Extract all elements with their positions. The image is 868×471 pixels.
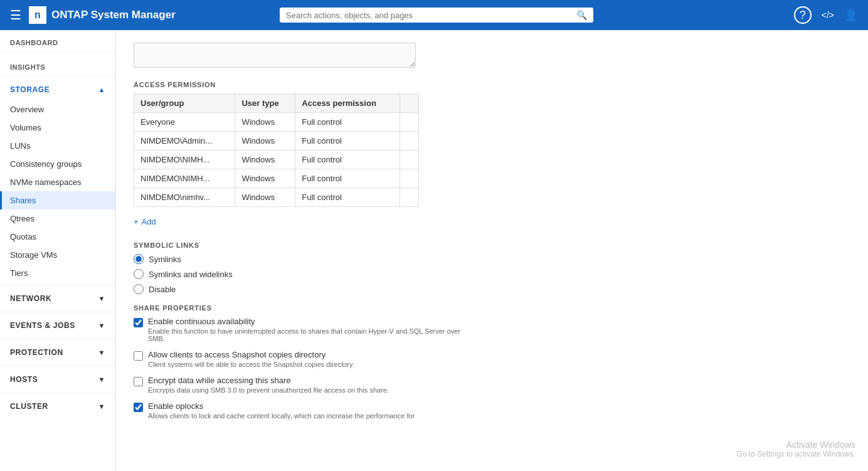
brand: n ONTAP System Manager — [29, 6, 176, 24]
events-jobs-chevron-icon: ▼ — [98, 322, 106, 329]
table-cell-user-type: Windows — [235, 132, 295, 151]
sidebar-storage-items: OverviewVolumesLUNsConsistency groupsNVM… — [0, 100, 115, 282]
checkbox-label-div-encrypt-data: Encrypt data while accessing this shareE… — [148, 376, 389, 394]
code-icon: </> — [822, 10, 834, 20]
radio-item-symlinks[interactable]: Symlinks — [134, 254, 850, 264]
checkbox-label-div-enable-oplocks: Enable oplocksAllows clients to lock and… — [148, 401, 415, 420]
user-button[interactable]: 👤 — [844, 8, 858, 22]
checkbox-desc-snapshot-copies: Client systems will be able to access th… — [148, 361, 354, 368]
col-header-user-type: User type — [235, 94, 295, 113]
checkbox-item-snapshot-copies: Allow clients to access Snapshot copies … — [134, 350, 850, 368]
help-icon: ? — [800, 9, 806, 22]
sidebar-hosts-label: HOSTS — [10, 375, 38, 384]
checkbox-main-label-encrypt-data: Encrypt data while accessing this share — [148, 376, 389, 385]
table-cell-user-group: NIMDEMO\Admin... — [134, 132, 235, 151]
checkbox-item-encrypt-data: Encrypt data while accessing this shareE… — [134, 376, 850, 394]
sidebar-item-overview[interactable]: Overview — [0, 100, 115, 119]
col-header-user/group: User/group — [134, 94, 235, 113]
search-bar[interactable]: 🔍 — [280, 8, 593, 23]
sidebar-protection-header[interactable]: PROTECTION ▼ — [0, 342, 115, 363]
radio-input-symlinks[interactable] — [134, 254, 144, 264]
code-button[interactable]: </> — [822, 10, 834, 20]
table-cell-action — [400, 169, 419, 188]
help-button[interactable]: ? — [794, 6, 812, 24]
table-row[interactable]: NIMDEMO\nimhv...WindowsFull control — [134, 188, 419, 207]
cluster-chevron-icon: ▼ — [98, 403, 106, 410]
checkbox-main-label-continuous-availability: Enable continuous availability — [148, 317, 474, 326]
sidebar-hosts-header[interactable]: HOSTS ▼ — [0, 369, 115, 390]
sidebar-item-tiers[interactable]: Tiers — [0, 264, 115, 282]
storage-chevron-icon: ▲ — [98, 86, 106, 93]
table-cell-user-type: Windows — [235, 188, 295, 207]
radio-input-symlinks-widelinks[interactable] — [134, 269, 144, 279]
sidebar-item-storage-vms[interactable]: Storage VMs — [0, 246, 115, 264]
checkbox-label-div-snapshot-copies: Allow clients to access Snapshot copies … — [148, 350, 354, 368]
checkbox-input-enable-oplocks[interactable] — [134, 403, 143, 412]
checkbox-input-encrypt-data[interactable] — [134, 377, 143, 386]
radio-label-symlinks: Symlinks — [149, 255, 181, 264]
radio-label-disable: Disable — [149, 285, 176, 294]
table-cell-action — [400, 113, 419, 132]
table-cell-access-permission: Full control — [295, 151, 400, 169]
checkbox-label-div-continuous-availability: Enable continuous availabilityEnable thi… — [148, 317, 474, 342]
sidebar-item-qtrees[interactable]: Qtrees — [0, 209, 115, 228]
checkbox-desc-encrypt-data: Encrypts data using SMB 3.0 to prevent u… — [148, 386, 389, 394]
table-row[interactable]: EveryoneWindowsFull control — [134, 113, 419, 132]
sidebar-storage-label: STORAGE — [10, 85, 50, 94]
table-cell-access-permission: Full control — [295, 169, 400, 188]
symbolic-links-group: SymlinksSymlinks and widelinksDisable — [134, 254, 850, 294]
sidebar-item-luns[interactable]: LUNs — [0, 137, 115, 155]
sidebar: DASHBOARD INSIGHTS STORAGE ▲ OverviewVol… — [0, 30, 116, 471]
sidebar-storage-header[interactable]: STORAGE ▲ — [0, 79, 115, 100]
table-row[interactable]: NIMDEMO\NIMH...WindowsFull control — [134, 169, 419, 188]
table-cell-access-permission: Full control — [295, 188, 400, 207]
sidebar-network-label: NETWORK — [10, 294, 51, 303]
checkbox-item-enable-oplocks: Enable oplocksAllows clients to lock and… — [134, 401, 850, 420]
search-input[interactable] — [286, 11, 571, 20]
sidebar-item-shares[interactable]: Shares — [0, 191, 115, 209]
share-properties-group: Enable continuous availabilityEnable thi… — [134, 317, 850, 420]
checkbox-desc-enable-oplocks: Allows clients to lock and cache content… — [148, 412, 415, 420]
topnav-right: ? </> 👤 — [794, 6, 858, 24]
sidebar-item-consistency-groups[interactable]: Consistency groups — [0, 155, 115, 173]
symbolic-links-label: SYMBOLIC LINKS — [134, 241, 850, 249]
sidebar-item-quotas[interactable]: Quotas — [0, 228, 115, 246]
radio-input-disable[interactable] — [134, 284, 144, 294]
table-row[interactable]: NIMDEMO\Admin...WindowsFull control — [134, 132, 419, 151]
table-row[interactable]: NIMDEMO\NIMH...WindowsFull control — [134, 151, 419, 169]
sidebar-cluster-header[interactable]: CLUSTER ▼ — [0, 396, 115, 417]
sidebar-events-jobs-label: EVENTS & JOBS — [10, 321, 75, 330]
table-cell-user-type: Windows — [235, 113, 295, 132]
share-properties-label: SHARE PROPERTIES — [134, 304, 850, 312]
checkbox-input-continuous-availability[interactable] — [134, 318, 143, 327]
hosts-chevron-icon: ▼ — [98, 376, 106, 383]
table-cell-user-group: NIMDEMO\nimhv... — [134, 188, 235, 207]
checkbox-input-snapshot-copies[interactable] — [134, 351, 143, 361]
search-icon: 🔍 — [576, 10, 587, 20]
network-chevron-icon: ▼ — [98, 295, 106, 302]
sidebar-item-volumes[interactable]: Volumes — [0, 119, 115, 137]
protection-chevron-icon: ▼ — [98, 349, 106, 356]
radio-item-disable[interactable]: Disable — [134, 284, 850, 294]
brand-logo-letter: n — [34, 9, 41, 21]
share-description-textarea[interactable] — [134, 43, 416, 68]
brand-logo: n — [29, 6, 46, 24]
radio-item-symlinks-widelinks[interactable]: Symlinks and widelinks — [134, 269, 850, 279]
sidebar-events-jobs-header[interactable]: EVENTS & JOBS ▼ — [0, 315, 115, 336]
sidebar-network-header[interactable]: NETWORK ▼ — [0, 288, 115, 309]
sidebar-protection-label: PROTECTION — [10, 348, 63, 357]
brand-name: ONTAP System Manager — [51, 9, 176, 21]
hamburger-menu[interactable]: ☰ — [10, 8, 21, 23]
add-button[interactable]: + Add — [134, 214, 156, 229]
user-icon: 👤 — [844, 9, 858, 21]
checkbox-desc-continuous-availability: Enable this function to have uninterrupt… — [148, 327, 474, 342]
table-cell-action — [400, 151, 419, 169]
table-cell-access-permission: Full control — [295, 113, 400, 132]
sidebar-dashboard-label: DASHBOARD — [0, 30, 115, 49]
perm-table-body: EveryoneWindowsFull controlNIMDEMO\Admin… — [134, 113, 419, 207]
sidebar-item-nvme-namespaces[interactable]: NVMe namespaces — [0, 173, 115, 191]
add-icon: + — [134, 217, 139, 226]
col-header-actions — [400, 94, 419, 113]
top-nav: ☰ n ONTAP System Manager 🔍 ? </> 👤 — [0, 0, 868, 30]
access-permission-label: ACCESS PERMISSION — [134, 81, 850, 88]
